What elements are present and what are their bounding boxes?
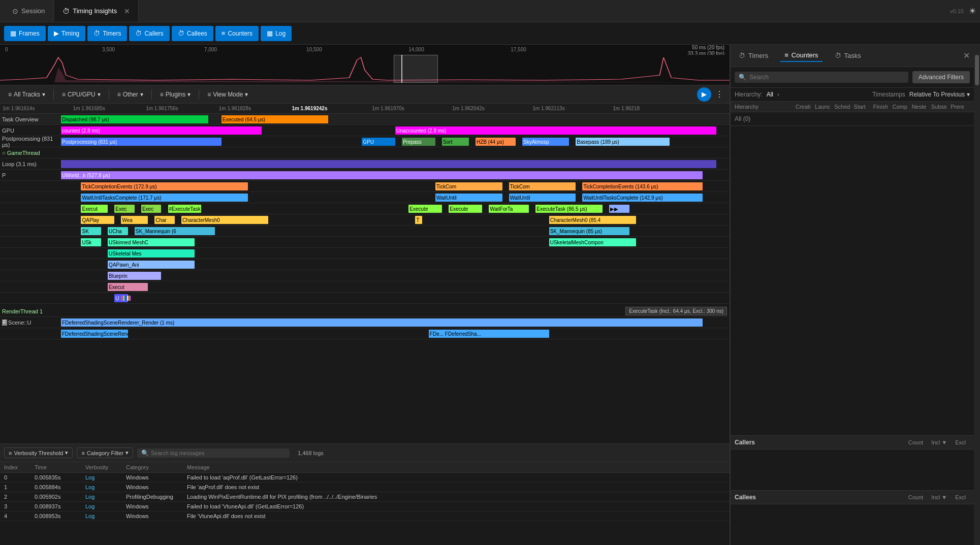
tick-com-2-block[interactable]: TickCom: [509, 182, 576, 190]
log-row[interactable]: 0 0.005835s Log Windows Failed to load '…: [0, 473, 730, 483]
theme-icon[interactable]: ☀: [969, 6, 976, 16]
advanced-filters-button[interactable]: Advanced Filters: [912, 71, 970, 83]
tick-com-block[interactable]: TickCom: [435, 182, 502, 190]
callers-excl-col[interactable]: Excl: [951, 439, 970, 445]
timers-label: Timers: [103, 30, 121, 37]
other-chevron: ▾: [140, 91, 143, 98]
plugins-button[interactable]: ≡ Plugins ▾: [156, 89, 195, 100]
tick-completion-block[interactable]: TickCompletionEvents (172.9 μs): [81, 182, 248, 190]
execute-3-block[interactable]: Execute: [408, 205, 442, 213]
dispatched-block[interactable]: Dispatched (98.7 μs): [61, 115, 208, 123]
other-button[interactable]: ≡ Other ▾: [113, 89, 147, 100]
tick-completion-2-block[interactable]: TickCompletionEvents (143.6 μs): [582, 182, 703, 190]
right-tab-counters[interactable]: ≡ Counters: [780, 49, 822, 62]
category-filter-button[interactable]: ≡ Category Filter ▾: [77, 447, 133, 458]
wait-until-block[interactable]: WaitUntilTasksComplete (171.7 μs): [81, 194, 248, 202]
timestamps-dropdown[interactable]: Relative To Previous ▾: [909, 91, 970, 98]
basepass-block[interactable]: Basepass (189 μs): [576, 138, 669, 146]
uworld-block[interactable]: UWorld...k (527.8 μs): [61, 171, 703, 179]
qapawn-ani-block[interactable]: QAPawn_Ani: [108, 261, 195, 269]
callees-incl-col[interactable]: Incl ▼: [927, 494, 951, 500]
wait-until-3-block[interactable]: WaitUntil: [509, 194, 576, 202]
callees-count-col[interactable]: Count: [904, 494, 927, 500]
play-button[interactable]: ▶: [697, 87, 711, 102]
sort-block[interactable]: Sort: [442, 138, 469, 146]
hzb-block[interactable]: HZB (44 μs): [476, 138, 516, 146]
right-search-input[interactable]: [749, 74, 904, 81]
wait-until-tasks-block[interactable]: WaitUntilTasksComplete (142.9 μs): [582, 194, 703, 202]
view-mode-button[interactable]: ≡ View Mode ▾: [203, 89, 252, 100]
skyatmos-block[interactable]: SkyAtmosp: [522, 138, 569, 146]
log-row[interactable]: 3 0.008937s Log Windows Failed to load '…: [0, 502, 730, 511]
uskinned-block[interactable]: USkinned MeshC: [108, 238, 195, 246]
char-block[interactable]: Char: [154, 216, 174, 224]
execute-task-2-block[interactable]: ExecuteTask (86.5 μs): [535, 205, 603, 213]
fdeferred-lower-block[interactable]: FDeferredShadingSceneRender...: [61, 330, 128, 338]
timers-button[interactable]: ⏱ Timers: [87, 26, 127, 41]
waitforta-block[interactable]: WaitForTa: [489, 205, 529, 213]
search-input-wrap[interactable]: 🔍: [735, 72, 908, 83]
t-block[interactable]: T: [415, 216, 422, 224]
execut-sub-block[interactable]: Execut: [108, 283, 148, 291]
log-row[interactable]: 4 0.008953s Log Windows File 'VtuneApi.d…: [0, 511, 730, 521]
gpu-unaccounted-left[interactable]: counted (2.8 ms): [61, 126, 262, 135]
log-search-input[interactable]: [151, 450, 286, 456]
sk-mannequin-2-block[interactable]: SK_Mannequin (85 μs): [549, 227, 629, 235]
right-panel-close-icon[interactable]: ✕: [963, 51, 970, 60]
execute-task-block[interactable]: #ExecuteTask (64...: [168, 205, 202, 213]
gpu-block[interactable]: GPU: [362, 138, 395, 146]
callers-count-col[interactable]: Count: [904, 439, 927, 445]
tab-close-icon[interactable]: ✕: [124, 7, 130, 15]
log-search-wrap[interactable]: 🔍: [137, 448, 290, 458]
qaplay-block[interactable]: QAPlay: [81, 216, 114, 224]
bar-2: [123, 296, 124, 301]
qaplay-viz: QAPlay Wea Char CharacterMesh0 T Charact…: [61, 214, 730, 225]
log-row[interactable]: 2 0.005902s Log ProfilingDebugging Loadi…: [0, 492, 730, 502]
prepass-block[interactable]: Prepass: [402, 138, 435, 146]
ucha-block[interactable]: UCha: [108, 227, 128, 235]
log-row[interactable]: 1 0.005884s Log Windows File 'aqProf.dll…: [0, 483, 730, 492]
sk-block[interactable]: SK: [81, 227, 101, 235]
gpu-unaccounted-right[interactable]: Unaccounted (2.8 ms): [395, 126, 716, 135]
right-tab-tasks[interactable]: ⏱ Tasks: [831, 50, 865, 61]
uskeletal-compon-block[interactable]: USkeletalMeshCompon: [549, 238, 636, 246]
callers-button[interactable]: ⏱ Callers: [129, 26, 169, 41]
right-scrollbar[interactable]: [974, 45, 980, 545]
character-mesh0-2-block[interactable]: CharacterMesh0 (85.4: [549, 216, 636, 224]
more-button[interactable]: ⋮: [713, 87, 725, 101]
frames-button[interactable]: ▦ Frames: [4, 26, 46, 41]
right-scroll-thumb[interactable]: [975, 55, 979, 85]
usk-block[interactable]: USk: [81, 238, 101, 246]
wait-until-2-block[interactable]: WaitUntil: [435, 194, 502, 202]
cpu-gpu-button[interactable]: ≡ CPU/GPU ▾: [58, 89, 105, 100]
character-mesh0-block[interactable]: CharacterMesh0: [181, 216, 268, 224]
all-tracks-button[interactable]: ≡ All Tracks ▾: [4, 89, 49, 100]
gpu-viz: counted (2.8 ms) Unaccounted (2.8 ms): [61, 125, 730, 136]
exec-2-block[interactable]: Exec: [141, 205, 161, 213]
timing-button[interactable]: ▶ Timing: [48, 26, 86, 41]
blueprin-block[interactable]: Blueprin: [108, 272, 161, 280]
fdeferred-render-block[interactable]: FDe... FDeferredSha...: [429, 330, 549, 338]
loop-block[interactable]: [61, 160, 716, 168]
execut-block[interactable]: Execut: [81, 205, 108, 213]
blueprint-viz: Blueprin: [61, 270, 730, 281]
executed-block[interactable]: Executed (64.5 μs): [222, 115, 329, 123]
callees-button[interactable]: ⏱ Callees: [172, 26, 213, 41]
exec-block[interactable]: Exec: [114, 205, 134, 213]
callers-incl-col[interactable]: Incl ▼: [927, 439, 951, 445]
log-button[interactable]: ▦ Log: [261, 26, 292, 41]
right-tab-timers[interactable]: ⏱ Timers: [735, 50, 772, 61]
colored-bars-viz: U: [61, 293, 730, 303]
timeline-overview[interactable]: 0 3,500 7,000 10,500 14,000 17,500 50 ms…: [0, 45, 730, 85]
timing-insights-tab[interactable]: ⏱ Timing Insights ✕: [54, 0, 139, 22]
execute-4-block[interactable]: Execute: [449, 205, 482, 213]
verbosity-threshold-button[interactable]: ≡ Verbosity Threshold ▾: [4, 447, 73, 458]
callees-excl-col[interactable]: Excl: [951, 494, 970, 500]
wea-block[interactable]: Wea: [121, 216, 148, 224]
counters-button[interactable]: ≡ Counters: [215, 26, 259, 41]
fdeferred-block[interactable]: FDeferredShadingSceneRenderer_Render (1 …: [61, 318, 703, 327]
uskeletal-mes-block[interactable]: USkeletal Mes: [108, 249, 195, 258]
sk-mannequin-block[interactable]: SK_Mannequin (6: [135, 227, 215, 235]
session-tab[interactable]: ⊙ Session: [4, 0, 53, 22]
postprocessing-block[interactable]: Postprocessing (831 μs): [61, 138, 222, 146]
